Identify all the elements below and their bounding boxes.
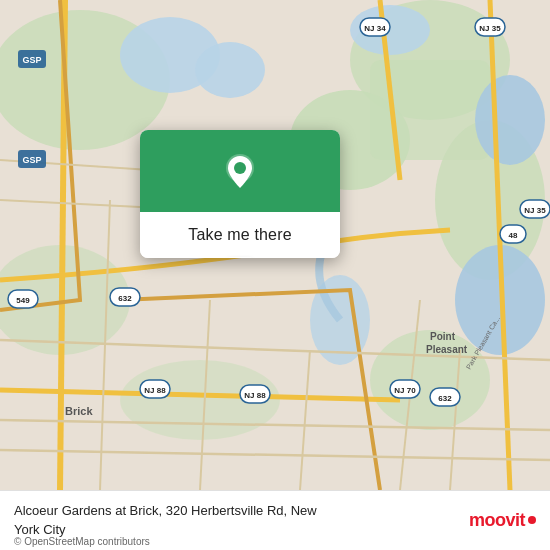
svg-text:NJ 88: NJ 88: [144, 386, 166, 395]
svg-text:NJ 88: NJ 88: [244, 391, 266, 400]
take-me-there-button[interactable]: Take me there: [140, 212, 340, 258]
svg-text:Brick: Brick: [65, 405, 93, 417]
svg-text:GSP: GSP: [22, 55, 41, 65]
svg-text:Point: Point: [430, 331, 456, 342]
address-line2: York City: [14, 522, 66, 537]
map-container[interactable]: GSP GSP NJ 35 NJ 35 NJ 34 NJ 70 NJ 70 NJ…: [0, 0, 550, 490]
address-line1: Alcoeur Gardens at Brick, 320 Herbertsvi…: [14, 503, 317, 518]
moovit-dot: [528, 516, 536, 524]
svg-text:Pleasant: Pleasant: [426, 344, 468, 355]
svg-point-47: [234, 162, 246, 174]
svg-text:632: 632: [118, 294, 132, 303]
popup-header: [140, 130, 340, 212]
moovit-text: moovit: [469, 510, 525, 531]
moovit-logo: moovit: [469, 510, 536, 531]
svg-text:GSP: GSP: [22, 155, 41, 165]
svg-text:632: 632: [438, 394, 452, 403]
svg-point-12: [475, 75, 545, 165]
svg-text:NJ 35: NJ 35: [479, 24, 501, 33]
location-popup: Take me there: [140, 130, 340, 258]
svg-text:NJ 35: NJ 35: [524, 206, 546, 215]
address-text: Alcoeur Gardens at Brick, 320 Herbertsvi…: [14, 502, 459, 538]
svg-text:48: 48: [509, 231, 518, 240]
svg-point-10: [195, 42, 265, 98]
bottom-bar: Alcoeur Gardens at Brick, 320 Herbertsvi…: [0, 490, 550, 550]
location-pin-icon: [218, 150, 262, 194]
svg-text:549: 549: [16, 296, 30, 305]
svg-text:NJ 34: NJ 34: [364, 24, 386, 33]
svg-text:NJ 70: NJ 70: [394, 386, 416, 395]
osm-credit: © OpenStreetMap contributors: [14, 536, 150, 547]
